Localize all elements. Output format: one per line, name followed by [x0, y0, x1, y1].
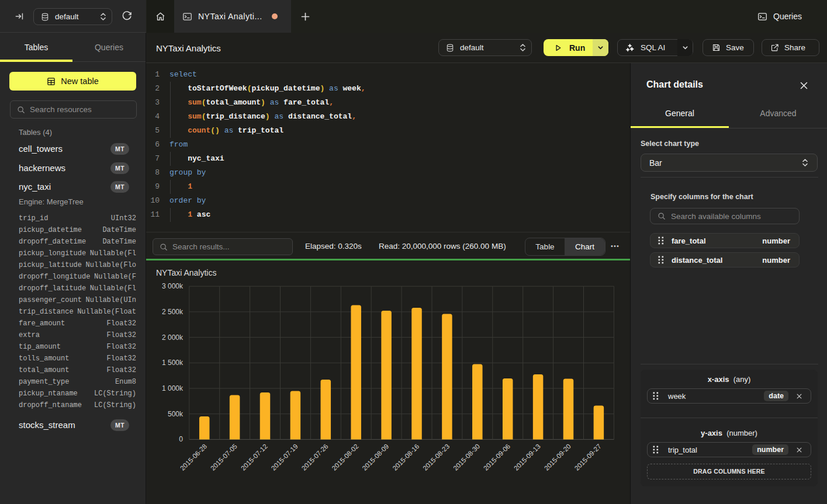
- svg-text:1 500k: 1 500k: [162, 359, 184, 367]
- svg-text:2015-07-19: 2015-07-19: [270, 443, 299, 472]
- svg-text:2 000k: 2 000k: [162, 333, 184, 342]
- svg-text:2015-08-23: 2015-08-23: [421, 443, 451, 472]
- svg-text:2015-07-26: 2015-07-26: [300, 443, 330, 472]
- svg-text:1 000k: 1 000k: [162, 384, 184, 392]
- svg-text:2015-06-28: 2015-06-28: [179, 443, 208, 472]
- svg-text:3 000k: 3 000k: [162, 282, 184, 290]
- svg-text:0: 0: [179, 435, 183, 443]
- svg-text:500k: 500k: [168, 410, 184, 418]
- svg-text:2015-07-05: 2015-07-05: [209, 443, 238, 472]
- svg-text:2015-08-09: 2015-08-09: [361, 443, 390, 472]
- svg-text:2015-08-16: 2015-08-16: [391, 443, 420, 472]
- svg-text:2015-07-12: 2015-07-12: [240, 443, 269, 472]
- svg-text:2015-08-30: 2015-08-30: [452, 443, 481, 472]
- svg-text:2015-08-02: 2015-08-02: [331, 443, 360, 472]
- svg-text:2015-09-27: 2015-09-27: [573, 443, 603, 472]
- svg-text:2 500k: 2 500k: [162, 308, 184, 316]
- svg-text:2015-09-13: 2015-09-13: [513, 443, 542, 472]
- svg-text:2015-09-06: 2015-09-06: [482, 443, 511, 472]
- svg-text:2015-09-20: 2015-09-20: [543, 443, 572, 472]
